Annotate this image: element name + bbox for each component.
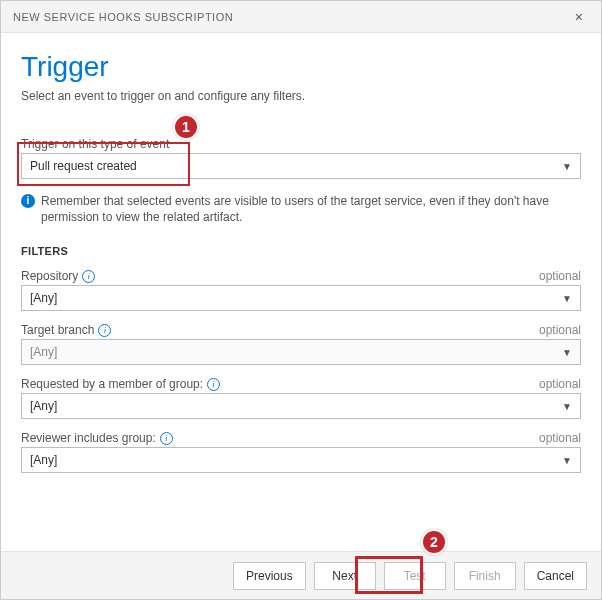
chevron-down-icon: ▼ xyxy=(562,347,572,358)
chevron-down-icon: ▼ xyxy=(562,161,572,172)
target-branch-value: [Any] xyxy=(30,345,57,359)
next-button[interactable]: Next xyxy=(314,562,376,590)
optional-label: optional xyxy=(539,377,581,391)
previous-button[interactable]: Previous xyxy=(233,562,306,590)
event-type-select[interactable]: Pull request created ▼ xyxy=(21,153,581,179)
help-icon[interactable]: i xyxy=(82,270,95,283)
help-icon[interactable]: i xyxy=(98,324,111,337)
requested-by-label: Requested by a member of group: xyxy=(21,377,203,391)
reviewer-value: [Any] xyxy=(30,453,57,467)
reviewer-select[interactable]: [Any] ▼ xyxy=(21,447,581,473)
filters-heading: FILTERS xyxy=(21,245,581,257)
target-branch-select[interactable]: [Any] ▼ xyxy=(21,339,581,365)
chevron-down-icon: ▼ xyxy=(562,455,572,466)
requested-by-filter: Requested by a member of group: i option… xyxy=(21,375,581,419)
optional-label: optional xyxy=(539,269,581,283)
help-icon[interactable]: i xyxy=(207,378,220,391)
dialog-header: NEW SERVICE HOOKS SUBSCRIPTION × xyxy=(1,1,601,33)
dialog-content: Trigger Select an event to trigger on an… xyxy=(1,33,601,473)
help-icon[interactable]: i xyxy=(160,432,173,445)
dialog-title: NEW SERVICE HOOKS SUBSCRIPTION xyxy=(13,11,233,23)
chevron-down-icon: ▼ xyxy=(562,401,572,412)
reviewer-label: Reviewer includes group: xyxy=(21,431,156,445)
close-icon[interactable]: × xyxy=(569,7,589,27)
test-button: Test xyxy=(384,562,446,590)
cancel-button[interactable]: Cancel xyxy=(524,562,587,590)
page-title: Trigger xyxy=(21,51,581,83)
optional-label: optional xyxy=(539,431,581,445)
event-type-field: Trigger on this type of event Pull reque… xyxy=(21,137,581,179)
requested-by-select[interactable]: [Any] ▼ xyxy=(21,393,581,419)
info-note: i Remember that selected events are visi… xyxy=(21,193,581,225)
repository-filter: Repository i optional [Any] ▼ xyxy=(21,267,581,311)
repository-value: [Any] xyxy=(30,291,57,305)
page-subtitle: Select an event to trigger on and config… xyxy=(21,89,581,103)
repository-select[interactable]: [Any] ▼ xyxy=(21,285,581,311)
reviewer-filter: Reviewer includes group: i optional [Any… xyxy=(21,429,581,473)
event-type-label: Trigger on this type of event xyxy=(21,137,581,151)
dialog-footer: Previous Next Test Finish Cancel xyxy=(1,551,601,599)
info-text: Remember that selected events are visibl… xyxy=(41,193,581,225)
info-icon: i xyxy=(21,194,35,208)
chevron-down-icon: ▼ xyxy=(562,293,572,304)
target-branch-filter: Target branch i optional [Any] ▼ xyxy=(21,321,581,365)
finish-button: Finish xyxy=(454,562,516,590)
optional-label: optional xyxy=(539,323,581,337)
event-type-value: Pull request created xyxy=(30,159,137,173)
repository-label: Repository xyxy=(21,269,78,283)
requested-by-value: [Any] xyxy=(30,399,57,413)
target-branch-label: Target branch xyxy=(21,323,94,337)
